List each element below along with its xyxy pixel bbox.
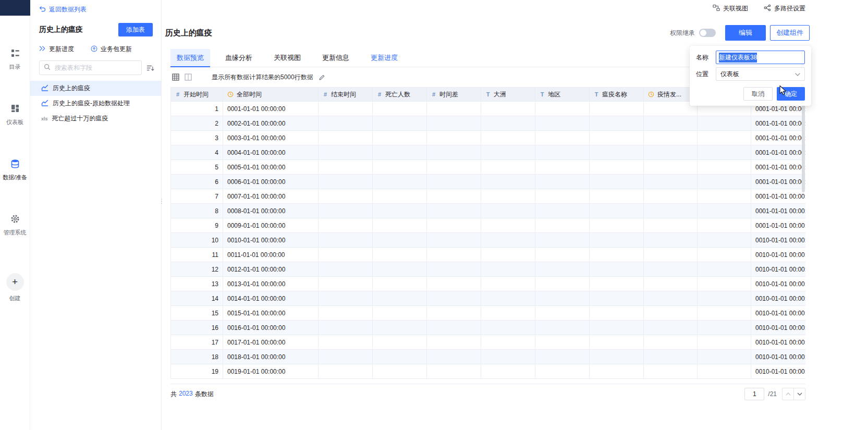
confirm-button[interactable]: 确定 [777, 87, 805, 101]
data-cell [319, 291, 373, 306]
data-cell [644, 350, 698, 364]
data-cell [698, 175, 751, 189]
list-item-dataset[interactable]: 历史上的瘟疫-原始数据处理 [30, 96, 161, 111]
search-box[interactable] [39, 60, 142, 75]
rail-item-admin[interactable]: 管理系统 [4, 214, 27, 237]
rail-item-dashboard[interactable]: 仪表板 [6, 103, 23, 126]
row-index-cell: 19 [171, 364, 223, 379]
data-cell [535, 364, 590, 379]
multipath-settings-link[interactable]: 多路径设置 [764, 4, 805, 13]
list-item-xls[interactable]: xls 死亡超过十万的瘟疫 [30, 111, 161, 126]
search-input[interactable] [54, 64, 137, 72]
data-cell [590, 262, 644, 277]
data-cell: 0003-01-01 00:00:00 [223, 131, 319, 145]
xls-file-icon: xls [41, 116, 48, 121]
row-count: 共 2023 条数据 [170, 390, 214, 399]
sort-filter-icon[interactable] [146, 65, 154, 71]
data-cell [427, 306, 481, 321]
tab-data-preview[interactable]: 数据预览 [170, 49, 210, 67]
page-header: 历史上的瘟疫 权限继承 编辑 创建组件 [165, 24, 810, 42]
row-index-cell: 9 [171, 218, 223, 233]
toggle-knob [700, 30, 706, 36]
data-cell [319, 350, 373, 364]
edit-button[interactable]: 编辑 [725, 25, 766, 41]
data-cell [427, 102, 481, 116]
tab-update-info[interactable]: 更新信息 [316, 49, 356, 67]
data-cell [698, 218, 751, 233]
data-cell [373, 262, 427, 277]
row-count-link[interactable]: 2023 [179, 390, 193, 399]
prev-page-button[interactable] [782, 388, 794, 400]
table-row: 40004-01-01 00:00:000001-01-01 00:00:00 [171, 145, 806, 160]
row-index-cell: 16 [171, 321, 223, 335]
rail-item-data-prep[interactable]: 数据/准备 [3, 158, 27, 181]
data-cell [535, 262, 590, 277]
data-cell [590, 145, 644, 160]
create-component-button[interactable]: 创建组件 [770, 25, 810, 41]
column-header-1[interactable]: 全部时间 [223, 88, 319, 102]
data-cell: 0010-01-01 00:00:00 [751, 321, 806, 335]
permission-toggle[interactable] [699, 29, 716, 37]
data-cell [319, 175, 373, 189]
back-to-data-list-link[interactable]: 返回数据列表 [30, 5, 161, 14]
package-update-link[interactable]: 业务包更新 [91, 45, 132, 54]
card-view-icon[interactable] [185, 73, 192, 81]
tab-lineage-analysis[interactable]: 血缘分析 [219, 49, 259, 67]
next-page-button[interactable] [793, 388, 805, 400]
column-header-3[interactable]: #死亡人数 [373, 88, 427, 102]
add-table-button[interactable]: 添加表 [118, 23, 153, 36]
column-header-7[interactable]: T瘟疫名称 [590, 88, 644, 102]
return-arrow-icon [39, 6, 46, 14]
quick-links-row: 更新进度 业务包更新 [30, 45, 161, 54]
edit-pencil-icon[interactable] [319, 74, 325, 81]
data-cell [319, 306, 373, 321]
data-cell: 0005-01-01 00:00:00 [223, 160, 319, 175]
data-cell [373, 277, 427, 291]
panel-resize-handle[interactable]: ⋮ [158, 197, 164, 206]
data-cell: 0017-01-01 00:00:00 [223, 335, 319, 350]
data-cell: 0010-01-01 00:00:00 [751, 277, 806, 291]
page-input[interactable] [744, 388, 764, 400]
rail-item-catalog[interactable]: 目录 [9, 48, 21, 71]
row-index-cell: 8 [171, 204, 223, 218]
data-cell [535, 277, 590, 291]
data-cell: 0010-01-01 00:00:00 [751, 335, 806, 350]
column-header-2[interactable]: #结束时间 [319, 88, 373, 102]
data-cell: 0013-01-01 00:00:00 [223, 277, 319, 291]
data-cell [481, 189, 535, 204]
column-header-0[interactable]: #开始时间 [171, 88, 223, 102]
grid-view-icon[interactable] [172, 73, 179, 81]
vertical-scrollbar-thumb[interactable] [802, 105, 805, 192]
data-cell [373, 335, 427, 350]
catalog-icon [10, 48, 20, 60]
permission-label: 权限继承 [670, 29, 695, 38]
row-index-cell: 13 [171, 277, 223, 291]
list-item-dataset[interactable]: 历史上的瘟疫 [30, 81, 161, 96]
row-index-cell: 17 [171, 335, 223, 350]
data-cell [644, 145, 698, 160]
relation-view-link[interactable]: 关联视图 [713, 4, 748, 13]
tab-relation-view[interactable]: 关联视图 [267, 49, 307, 67]
row-index-cell: 15 [171, 306, 223, 321]
cancel-button[interactable]: 取消 [743, 87, 773, 101]
data-cell: 0009-01-01 00:00:00 [223, 218, 319, 233]
data-cell [698, 364, 751, 379]
data-cell [698, 131, 751, 145]
package-title-row: 历史上的瘟疫 添加表 [30, 23, 161, 36]
column-header-4[interactable]: #时间差 [427, 88, 481, 102]
data-cell [427, 204, 481, 218]
data-cell [319, 335, 373, 350]
location-select[interactable]: 仪表板 [716, 67, 805, 81]
main-area: 关联视图 多路径设置 历史上的瘟疫 权限继承 编辑 创建组件 数据预览 血缘分析… [162, 0, 868, 430]
update-progress-link[interactable]: 更新进度 [39, 45, 74, 54]
data-cell [644, 116, 698, 131]
data-cell [319, 145, 373, 160]
tab-update-progress[interactable]: 更新进度 [364, 49, 404, 67]
create-button[interactable]: + 创建 [6, 273, 24, 302]
data-cell [427, 175, 481, 189]
column-header-5[interactable]: T大洲 [481, 88, 535, 102]
data-cell: 0007-01-01 00:00:00 [223, 189, 319, 204]
dashboard-name-input[interactable]: 新建仪表板38 [716, 51, 805, 64]
data-cell: 0001-01-01 00:00:00 [223, 102, 319, 116]
column-header-6[interactable]: T地区 [535, 88, 590, 102]
